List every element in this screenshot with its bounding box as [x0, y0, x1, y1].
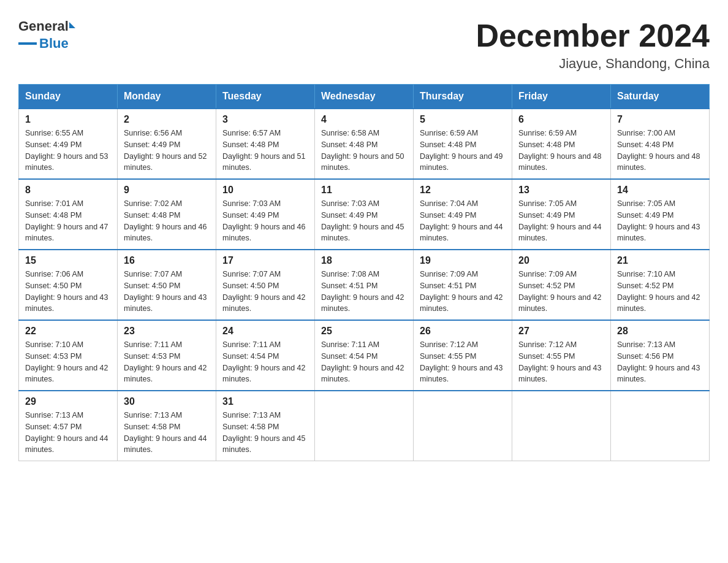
day-info: Sunrise: 7:05 AMSunset: 4:49 PMDaylight:…	[518, 198, 604, 244]
title-block: December 2024 Jiayue, Shandong, China	[476, 18, 710, 72]
day-info: Sunrise: 7:13 AMSunset: 4:57 PMDaylight:…	[25, 410, 111, 456]
day-info: Sunrise: 7:03 AMSunset: 4:49 PMDaylight:…	[321, 198, 407, 244]
table-row: 2 Sunrise: 6:56 AMSunset: 4:49 PMDayligh…	[118, 109, 216, 179]
day-info: Sunrise: 7:07 AMSunset: 4:50 PMDaylight:…	[222, 269, 308, 315]
day-number: 9	[124, 185, 210, 196]
day-number: 3	[222, 114, 308, 125]
header-monday: Monday	[118, 85, 216, 109]
calendar-table: Sunday Monday Tuesday Wednesday Thursday…	[18, 84, 710, 461]
day-number: 18	[321, 255, 407, 266]
header-wednesday: Wednesday	[315, 85, 414, 109]
day-number: 31	[222, 396, 308, 407]
header-friday: Friday	[512, 85, 611, 109]
day-info: Sunrise: 7:13 AMSunset: 4:58 PMDaylight:…	[124, 410, 210, 456]
day-info: Sunrise: 6:59 AMSunset: 4:48 PMDaylight:…	[518, 128, 604, 174]
day-number: 7	[617, 114, 703, 125]
table-row	[512, 391, 611, 461]
day-info: Sunrise: 6:58 AMSunset: 4:48 PMDaylight:…	[321, 128, 407, 174]
day-number: 21	[617, 255, 703, 266]
day-number: 14	[617, 185, 703, 196]
table-row: 17 Sunrise: 7:07 AMSunset: 4:50 PMDaylig…	[216, 250, 315, 320]
day-number: 20	[518, 255, 604, 266]
day-info: Sunrise: 6:56 AMSunset: 4:49 PMDaylight:…	[124, 128, 210, 174]
header-saturday: Saturday	[611, 85, 710, 109]
day-info: Sunrise: 6:59 AMSunset: 4:48 PMDaylight:…	[420, 128, 506, 174]
day-number: 22	[25, 326, 111, 337]
week-row-5: 29 Sunrise: 7:13 AMSunset: 4:57 PMDaylig…	[19, 391, 710, 461]
day-number: 1	[25, 114, 111, 125]
table-row: 3 Sunrise: 6:57 AMSunset: 4:48 PMDayligh…	[216, 109, 315, 179]
day-info: Sunrise: 7:02 AMSunset: 4:48 PMDaylight:…	[124, 198, 210, 244]
day-info: Sunrise: 7:09 AMSunset: 4:51 PMDaylight:…	[420, 269, 506, 315]
header-thursday: Thursday	[414, 85, 512, 109]
day-number: 27	[518, 326, 604, 337]
table-row: 6 Sunrise: 6:59 AMSunset: 4:48 PMDayligh…	[512, 109, 611, 179]
day-number: 23	[124, 326, 210, 337]
table-row	[611, 391, 710, 461]
table-row: 14 Sunrise: 7:05 AMSunset: 4:49 PMDaylig…	[611, 179, 710, 250]
day-info: Sunrise: 7:12 AMSunset: 4:55 PMDaylight:…	[420, 339, 506, 385]
location-title: Jiayue, Shandong, China	[476, 56, 710, 72]
logo-triangle-icon	[69, 22, 75, 28]
table-row: 15 Sunrise: 7:06 AMSunset: 4:50 PMDaylig…	[19, 250, 118, 320]
day-info: Sunrise: 6:57 AMSunset: 4:48 PMDaylight:…	[222, 128, 308, 174]
table-row: 5 Sunrise: 6:59 AMSunset: 4:48 PMDayligh…	[414, 109, 512, 179]
table-row: 19 Sunrise: 7:09 AMSunset: 4:51 PMDaylig…	[414, 250, 512, 320]
table-row: 24 Sunrise: 7:11 AMSunset: 4:54 PMDaylig…	[216, 320, 315, 391]
day-info: Sunrise: 7:13 AMSunset: 4:58 PMDaylight:…	[222, 410, 308, 456]
day-info: Sunrise: 6:55 AMSunset: 4:49 PMDaylight:…	[25, 128, 111, 174]
day-info: Sunrise: 7:11 AMSunset: 4:54 PMDaylight:…	[321, 339, 407, 385]
table-row: 25 Sunrise: 7:11 AMSunset: 4:54 PMDaylig…	[315, 320, 414, 391]
day-info: Sunrise: 7:11 AMSunset: 4:53 PMDaylight:…	[124, 339, 210, 385]
day-info: Sunrise: 7:11 AMSunset: 4:54 PMDaylight:…	[222, 339, 308, 385]
day-info: Sunrise: 7:08 AMSunset: 4:51 PMDaylight:…	[321, 269, 407, 315]
table-row: 4 Sunrise: 6:58 AMSunset: 4:48 PMDayligh…	[315, 109, 414, 179]
week-row-2: 8 Sunrise: 7:01 AMSunset: 4:48 PMDayligh…	[19, 179, 710, 250]
page-header: General Blue December 2024 Jiayue, Shand…	[18, 18, 710, 72]
weekday-header-row: Sunday Monday Tuesday Wednesday Thursday…	[19, 85, 710, 109]
day-info: Sunrise: 7:07 AMSunset: 4:50 PMDaylight:…	[124, 269, 210, 315]
day-info: Sunrise: 7:03 AMSunset: 4:49 PMDaylight:…	[222, 198, 308, 244]
day-number: 29	[25, 396, 111, 407]
day-info: Sunrise: 7:00 AMSunset: 4:48 PMDaylight:…	[617, 128, 703, 174]
day-info: Sunrise: 7:04 AMSunset: 4:49 PMDaylight:…	[420, 198, 506, 244]
table-row: 11 Sunrise: 7:03 AMSunset: 4:49 PMDaylig…	[315, 179, 414, 250]
table-row	[315, 391, 414, 461]
table-row: 12 Sunrise: 7:04 AMSunset: 4:49 PMDaylig…	[414, 179, 512, 250]
header-sunday: Sunday	[19, 85, 118, 109]
day-number: 19	[420, 255, 506, 266]
table-row: 21 Sunrise: 7:10 AMSunset: 4:52 PMDaylig…	[611, 250, 710, 320]
table-row: 28 Sunrise: 7:13 AMSunset: 4:56 PMDaylig…	[611, 320, 710, 391]
day-info: Sunrise: 7:10 AMSunset: 4:52 PMDaylight:…	[617, 269, 703, 315]
table-row: 22 Sunrise: 7:10 AMSunset: 4:53 PMDaylig…	[19, 320, 118, 391]
logo: General Blue	[18, 18, 75, 52]
day-info: Sunrise: 7:09 AMSunset: 4:52 PMDaylight:…	[518, 269, 604, 315]
day-number: 25	[321, 326, 407, 337]
day-info: Sunrise: 7:12 AMSunset: 4:55 PMDaylight:…	[518, 339, 604, 385]
table-row: 13 Sunrise: 7:05 AMSunset: 4:49 PMDaylig…	[512, 179, 611, 250]
day-number: 15	[25, 255, 111, 266]
day-number: 5	[420, 114, 506, 125]
month-title: December 2024	[476, 18, 710, 53]
table-row: 18 Sunrise: 7:08 AMSunset: 4:51 PMDaylig…	[315, 250, 414, 320]
day-number: 4	[321, 114, 407, 125]
table-row: 7 Sunrise: 7:00 AMSunset: 4:48 PMDayligh…	[611, 109, 710, 179]
table-row: 27 Sunrise: 7:12 AMSunset: 4:55 PMDaylig…	[512, 320, 611, 391]
table-row	[414, 391, 512, 461]
day-info: Sunrise: 7:10 AMSunset: 4:53 PMDaylight:…	[25, 339, 111, 385]
table-row: 10 Sunrise: 7:03 AMSunset: 4:49 PMDaylig…	[216, 179, 315, 250]
table-row: 30 Sunrise: 7:13 AMSunset: 4:58 PMDaylig…	[118, 391, 216, 461]
table-row: 20 Sunrise: 7:09 AMSunset: 4:52 PMDaylig…	[512, 250, 611, 320]
day-number: 16	[124, 255, 210, 266]
day-info: Sunrise: 7:05 AMSunset: 4:49 PMDaylight:…	[617, 198, 703, 244]
day-number: 30	[124, 396, 210, 407]
day-number: 11	[321, 185, 407, 196]
table-row: 9 Sunrise: 7:02 AMSunset: 4:48 PMDayligh…	[118, 179, 216, 250]
header-tuesday: Tuesday	[216, 85, 315, 109]
day-number: 17	[222, 255, 308, 266]
day-number: 6	[518, 114, 604, 125]
table-row: 16 Sunrise: 7:07 AMSunset: 4:50 PMDaylig…	[118, 250, 216, 320]
table-row: 1 Sunrise: 6:55 AMSunset: 4:49 PMDayligh…	[19, 109, 118, 179]
week-row-4: 22 Sunrise: 7:10 AMSunset: 4:53 PMDaylig…	[19, 320, 710, 391]
logo-general: General	[18, 18, 69, 34]
